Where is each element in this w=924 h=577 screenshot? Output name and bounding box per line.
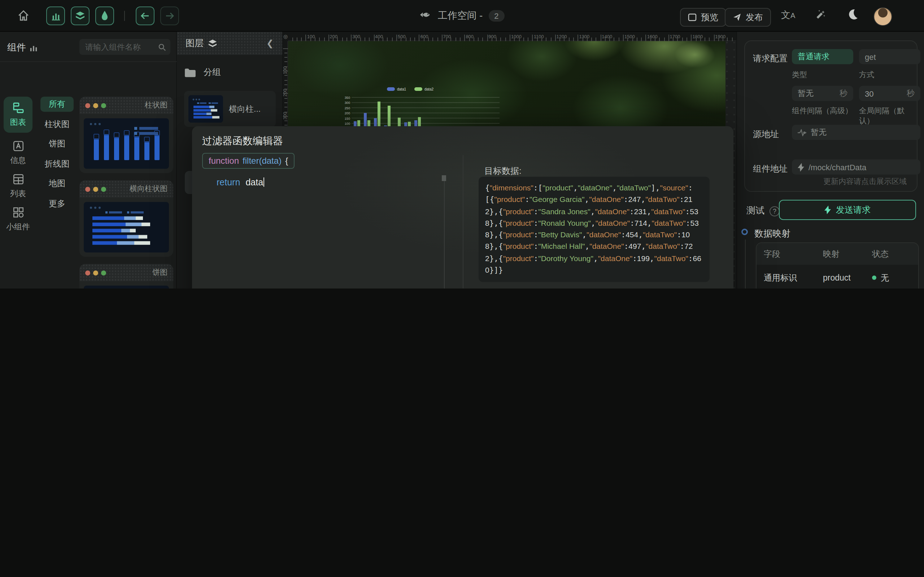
layers-icon <box>208 39 217 48</box>
source-label: 源地址 <box>753 128 779 141</box>
data-config-panel: 请求配置 普通请求 get 类型 方式 暂无秒 30秒 组件间隔（高级） 全局间… <box>736 32 924 288</box>
canvas-bar-chart-component[interactable]: 350300250200150100data1 data2 <box>342 85 508 130</box>
translate-icon[interactable]: 文A <box>781 9 795 22</box>
category-widgets[interactable]: 小组件 <box>3 206 32 232</box>
request-config-label: 请求配置 <box>753 53 788 65</box>
layers-title: 图层 <box>186 37 204 49</box>
data-mapping-title: 数据映射 <box>754 228 790 240</box>
card-preview <box>84 118 169 169</box>
workspace-badge: 2 <box>488 10 504 22</box>
test-label: 测试? <box>746 205 780 217</box>
svg-text:100: 100 <box>345 122 350 126</box>
subcategory-2[interactable]: 柱状图 <box>40 116 74 132</box>
components-panel-header: 组件 <box>0 32 177 62</box>
send-icon <box>733 13 741 22</box>
modal-divider <box>463 155 464 288</box>
fish-icon <box>420 10 432 23</box>
bolt-icon <box>798 163 804 171</box>
app-window: 工作空间 - 2 预览 发布 文A 组件 <box>0 0 924 288</box>
traffic-dots-icon <box>85 103 106 108</box>
svg-text:200: 200 <box>345 111 350 115</box>
request-method-chip[interactable]: get <box>859 49 921 64</box>
editor-scrollbar-track[interactable] <box>444 175 445 288</box>
magic-wand-icon[interactable] <box>814 9 827 24</box>
global-interval-input[interactable]: 30秒 <box>859 86 921 101</box>
browser-window-icon <box>688 13 696 22</box>
request-type-chip[interactable]: 普通请求 <box>792 49 853 64</box>
component-card-hbar[interactable]: 横向柱状图 <box>79 180 173 257</box>
modal-title: 过滤器函数编辑器 <box>202 135 283 148</box>
subcategory-1[interactable]: 所有 <box>40 97 74 112</box>
search-input[interactable] <box>84 42 158 52</box>
moon-theme-icon[interactable] <box>847 9 858 23</box>
target-data-json[interactable]: {"dimensions":["product","dataOne","data… <box>478 177 709 282</box>
card-preview <box>84 285 169 288</box>
mapping-header-row: 字段映射状态 <box>756 243 918 265</box>
subcategory-list: 所有柱状图饼图折线图地图更多 <box>36 62 78 288</box>
top-navbar: 工作空间 - 2 预览 发布 文A <box>0 0 924 32</box>
card-title: 饼图 <box>152 268 168 278</box>
component-card-bar[interactable]: 柱状图 <box>79 97 173 173</box>
mapping-row: 通用标识product无 <box>756 265 918 288</box>
editor-scrollbar-handle[interactable] <box>442 175 446 181</box>
layer-item[interactable]: 横向柱... <box>184 91 276 127</box>
traffic-dots-icon <box>85 187 106 192</box>
component-card-list: 柱状图 横向柱状图 饼图 饼图-环形 70% 折线图 单折线面积图 <box>78 62 177 288</box>
collapse-panel-icon[interactable]: ❮ <box>267 38 274 48</box>
bolt-icon <box>824 206 831 214</box>
ruler-corner-icon[interactable]: ◎ <box>283 32 288 41</box>
component-url-input[interactable]: /mock/chartData <box>792 160 921 174</box>
subcategory-4[interactable]: 折线图 <box>40 156 74 171</box>
component-interval-input[interactable]: 暂无秒 <box>792 86 853 101</box>
layer-group-label: 分组 <box>204 66 221 79</box>
mapping-table: 字段映射状态 通用标识product无 数据项-1data1匹配成功 <box>756 242 919 288</box>
type-sublabel: 类型 <box>792 70 807 80</box>
card-header: 横向柱状图 <box>79 180 173 198</box>
layer-item-label: 横向柱... <box>229 103 261 114</box>
svg-text:300: 300 <box>345 101 350 105</box>
source-input[interactable]: 暂无 <box>792 125 921 140</box>
send-request-button[interactable]: 发送请求 <box>779 200 916 220</box>
category-charts[interactable]: 图表 <box>3 97 32 133</box>
pulse-icon <box>798 129 806 136</box>
text-info-icon <box>12 140 24 152</box>
card-preview <box>84 202 169 253</box>
component-search[interactable] <box>79 39 170 55</box>
avatar[interactable] <box>874 7 892 26</box>
folder-icon <box>184 68 196 77</box>
preview-button[interactable]: 预览 <box>680 8 726 27</box>
help-icon[interactable]: ? <box>769 206 780 216</box>
filter-editor-modal: 过滤器函数编辑器 function filter(data) { return … <box>192 126 733 288</box>
svg-text:250: 250 <box>345 106 350 110</box>
card-header: 饼图 <box>79 264 173 281</box>
layer-thumbnail <box>188 95 223 122</box>
flowchart-icon <box>11 102 24 114</box>
component-card-pie[interactable]: 饼图 <box>79 264 173 288</box>
request-config-card: 请求配置 普通请求 get 类型 方式 暂无秒 30秒 组件间隔（高级） 全局间… <box>744 40 918 192</box>
category-list[interactable]: 列表 <box>3 173 32 199</box>
subcategory-3[interactable]: 饼图 <box>40 136 74 152</box>
svg-text:150: 150 <box>345 117 350 121</box>
method-sublabel: 方式 <box>859 70 874 80</box>
timeline-line <box>745 239 746 288</box>
svg-text:350: 350 <box>345 96 350 100</box>
bar-chart-icon <box>30 44 37 52</box>
card-title: 柱状图 <box>145 100 168 110</box>
svg-text:data2: data2 <box>425 87 433 91</box>
card-header: 柱状图 <box>79 97 173 114</box>
subcategory-5[interactable]: 地图 <box>40 176 74 191</box>
components-title: 组件 <box>7 41 37 54</box>
text-cursor <box>263 177 264 187</box>
target-data-label: 目标数据: <box>485 165 522 177</box>
update-hint: 更新内容请点击展示区域 <box>823 177 907 187</box>
components-panel: 组件 图表 信息 列表 小组件 <box>0 32 177 288</box>
publish-button[interactable]: 发布 <box>725 8 771 27</box>
traffic-dots-icon <box>85 270 106 275</box>
category-info[interactable]: 信息 <box>3 140 32 166</box>
layer-group-row[interactable]: 分组 <box>184 66 221 79</box>
workspace-title-text[interactable]: 工作空间 - <box>438 10 483 23</box>
widgets-icon <box>12 206 24 219</box>
subcategory-6[interactable]: 更多 <box>40 196 74 211</box>
code-editor-line[interactable]: return data <box>216 177 264 187</box>
horizontal-ruler: 1002003004005006007008009001000110012001… <box>283 32 736 41</box>
